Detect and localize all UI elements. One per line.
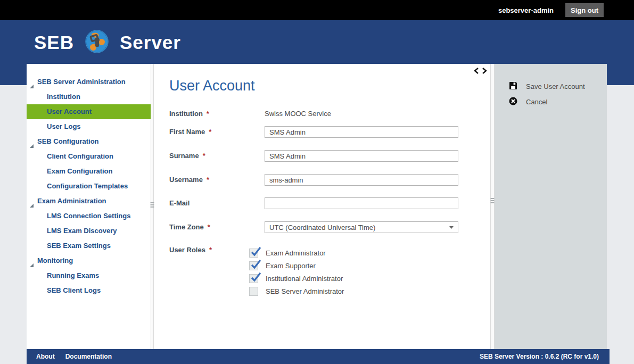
role-label: Exam Supporter [266,262,316,270]
role-label: Exam Administrator [266,249,326,257]
cancel-button[interactable]: Cancel [495,94,607,110]
tree-expand-icon[interactable] [29,258,34,263]
required-marker: * [203,152,205,160]
email-field[interactable] [265,197,458,209]
sidebar-item-configuration-templates[interactable]: Configuration Templates [27,179,151,194]
sidebar-item-label: User Account [47,104,92,119]
version-text: SEB Server Version : 0.6.2 (RC for v1.0) [480,353,599,360]
timezone-selected-value: UTC (Coordinated Universal Time) [269,224,375,231]
action-label: Cancel [526,98,547,106]
sidebar-navigation: SEB Server Administration Institution Us… [27,64,151,349]
sidebar-item-exam-administration[interactable]: Exam Administration [27,194,151,209]
sidebar-item-monitoring[interactable]: Monitoring [27,253,151,268]
main-content-pane: User Account Institution* Swiss MOOC Ser… [154,64,490,349]
sidebar-item-label: Institution [47,89,80,104]
action-pane: Save User Account Cancel [495,64,607,349]
sidebar-item-running-exams[interactable]: Running Exams [27,268,151,283]
about-link[interactable]: About [36,353,55,360]
role-exam-supporter[interactable]: Exam Supporter [249,259,316,272]
first-name-field[interactable] [265,126,458,138]
required-marker: * [208,223,210,231]
sidebar-item-label: SEB Client Logs [47,283,101,298]
sidebar-item-label: Exam Administration [37,194,106,209]
tree-expand-icon[interactable] [29,198,34,203]
save-disk-icon [509,81,517,92]
sidebar-item-label: LMS Exam Discovery [47,224,117,238]
role-exam-administrator[interactable]: Exam Administrator [249,246,326,259]
sidebar-item-label: User Logs [47,119,81,134]
sidebar-item-label: SEB Exam Settings [47,238,111,253]
sidebar-item-institution[interactable]: Institution [27,89,151,104]
logo-text-server: Server [120,32,181,53]
sidebar-item-user-logs[interactable]: User Logs [27,119,151,134]
documentation-link[interactable]: Documentation [65,353,112,360]
footer-bar: About Documentation SEB Server Version :… [27,349,610,364]
surname-label: Surname* [169,152,249,160]
checkbox-icon[interactable] [249,287,258,296]
required-marker: * [207,176,209,184]
checkbox-icon[interactable] [249,249,258,258]
role-seb-server-administrator[interactable]: SEB Server Administrator [249,285,344,297]
action-label: Save User Account [526,82,585,90]
chevron-left-icon[interactable] [474,67,479,76]
tree-expand-icon[interactable] [29,139,34,144]
checkbox-icon[interactable] [249,261,258,270]
role-label: Institutional Administrator [266,275,343,283]
user-roles-label: User Roles* [169,246,249,254]
role-institutional-administrator[interactable]: Institutional Administrator [249,272,343,285]
required-marker: * [209,128,211,136]
sidebar-item-label: Exam Configuration [47,164,113,179]
page-title: User Account [169,78,255,94]
cancel-circle-x-icon [509,97,517,107]
top-bar: sebserver-admin Sign out [0,0,634,20]
checkbox-icon[interactable] [249,274,258,283]
sidebar-item-user-account[interactable]: User Account [27,104,151,119]
required-marker: * [209,246,212,254]
sidebar-item-lms-exam-discovery[interactable]: LMS Exam Discovery [27,224,151,238]
pager-control [474,67,487,76]
sidebar-item-seb-configuration[interactable]: SEB Configuration [27,134,151,149]
first-name-label: First Name* [169,128,249,136]
surname-field[interactable] [265,150,458,162]
username-field[interactable] [265,174,458,186]
sidebar-item-label: Monitoring [37,253,73,268]
username-label: Username* [169,176,249,184]
sidebar-item-label: LMS Connection Settings [47,209,130,224]
timezone-label: Time Zone* [169,223,249,231]
sidebar-item-label: Configuration Templates [47,179,128,194]
sidebar-content-splitter[interactable] [151,64,154,349]
content-actions-splitter[interactable] [490,64,495,349]
institution-label: Institution* [169,110,249,118]
sidebar-item-label: SEB Server Administration [37,75,126,89]
logo-text-seb: SEB [34,32,74,53]
sidebar-item-client-configuration[interactable]: Client Configuration [27,149,151,164]
splitter-grip-icon [151,201,154,209]
role-label: SEB Server Administrator [266,287,344,295]
email-label: E-Mail [169,199,249,207]
save-user-account-button[interactable]: Save User Account [495,79,607,94]
app-logo: SEB Server [34,29,181,56]
splitter-grip-icon [491,197,495,204]
timezone-select[interactable]: UTC (Coordinated Universal Time) [265,221,458,233]
globe-lock-icon [85,29,109,56]
sidebar-item-seb-client-logs[interactable]: SEB Client Logs [27,283,151,298]
tree-expand-icon[interactable] [29,79,34,84]
sidebar-item-label: Running Exams [47,268,99,283]
sidebar-item-label: SEB Configuration [37,134,99,149]
chevron-right-icon[interactable] [482,67,487,76]
sidebar-item-lms-connection-settings[interactable]: LMS Connection Settings [27,209,151,224]
sign-out-button[interactable]: Sign out [565,3,604,17]
sidebar-item-exam-configuration[interactable]: Exam Configuration [27,164,151,179]
sidebar-item-label: Client Configuration [47,149,113,164]
institution-value: Swiss MOOC Service [265,110,331,118]
sidebar-item-seb-exam-settings[interactable]: SEB Exam Settings [27,238,151,253]
required-marker: * [207,110,209,118]
logged-in-username: sebserver-admin [498,6,554,14]
dropdown-arrow-icon [449,226,454,229]
sidebar-item-seb-server-administration[interactable]: SEB Server Administration [27,75,151,89]
